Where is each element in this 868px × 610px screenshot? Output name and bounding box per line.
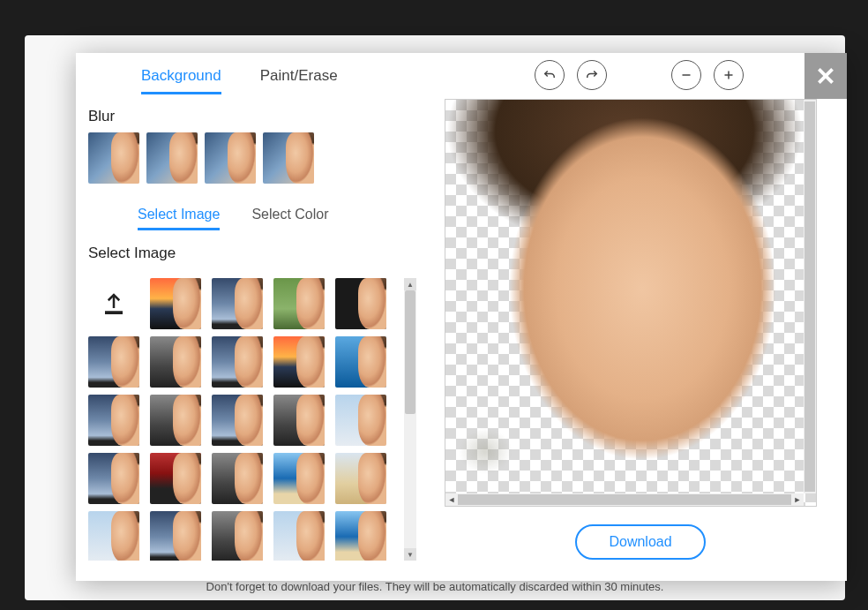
bg-thumb-17[interactable] bbox=[212, 453, 263, 504]
scroll-up-icon[interactable]: ▲ bbox=[404, 278, 416, 290]
blur-option-1[interactable] bbox=[146, 132, 198, 184]
scroll-down-icon[interactable]: ▼ bbox=[404, 548, 416, 561]
preview-scrollbar-horizontal[interactable]: ◄ ► bbox=[445, 493, 804, 506]
sub-tabs: Select Image Select Color bbox=[138, 207, 416, 230]
bg-thumb-5[interactable] bbox=[88, 336, 139, 388]
tab-paint-erase[interactable]: Paint/Erase bbox=[260, 58, 338, 94]
blur-title: Blur bbox=[88, 108, 416, 125]
bg-thumb-6[interactable] bbox=[150, 336, 201, 388]
scroll-right-icon[interactable]: ► bbox=[791, 493, 804, 506]
bg-thumb-23[interactable] bbox=[273, 511, 325, 561]
close-icon bbox=[814, 64, 837, 87]
preview-scrollbar-vertical[interactable] bbox=[804, 100, 816, 493]
bg-thumb-4[interactable] bbox=[335, 278, 386, 329]
bg-thumb-18[interactable] bbox=[273, 453, 325, 504]
upload-icon bbox=[101, 290, 127, 317]
edit-background-modal: Background Paint/Erase Blur bbox=[76, 53, 847, 581]
preview-image bbox=[445, 100, 804, 493]
undo-button[interactable] bbox=[535, 60, 565, 90]
blur-options bbox=[88, 132, 416, 184]
bg-thumb-9[interactable] bbox=[335, 336, 386, 388]
bg-thumb-21[interactable] bbox=[150, 511, 201, 561]
blur-option-0[interactable] bbox=[88, 132, 139, 184]
redo-button[interactable] bbox=[577, 60, 607, 90]
footer-note: Don't forget to download your files. The… bbox=[25, 580, 845, 593]
scroll-thumb[interactable] bbox=[405, 290, 415, 414]
select-image-title: Select Image bbox=[88, 245, 416, 262]
upload-image-button[interactable] bbox=[88, 278, 139, 329]
tab-background[interactable]: Background bbox=[141, 58, 221, 94]
preview-scroll-thumb-v[interactable] bbox=[804, 102, 815, 492]
left-options-pane: Blur Select Image Select Color Select Im… bbox=[76, 99, 429, 581]
bg-thumb-3[interactable] bbox=[273, 278, 325, 329]
bg-thumb-22[interactable] bbox=[212, 511, 263, 561]
background-image-grid bbox=[88, 278, 416, 561]
bg-thumb-2[interactable] bbox=[212, 278, 263, 329]
bg-thumb-12[interactable] bbox=[212, 395, 263, 446]
bg-thumb-20[interactable] bbox=[88, 511, 139, 561]
preview-pane: ◄ ► Download bbox=[429, 99, 847, 581]
bg-thumb-14[interactable] bbox=[335, 395, 386, 446]
download-button[interactable]: Download bbox=[575, 524, 705, 560]
modal-header: Background Paint/Erase bbox=[76, 53, 847, 99]
redo-icon bbox=[584, 67, 600, 83]
grid-scrollbar[interactable]: ▲ ▼ bbox=[404, 278, 416, 561]
bg-thumb-8[interactable] bbox=[273, 336, 325, 388]
top-tabs: Background Paint/Erase bbox=[141, 58, 338, 94]
scroll-left-icon[interactable]: ◄ bbox=[445, 493, 458, 506]
bg-thumb-1[interactable] bbox=[150, 278, 201, 329]
sub-tab-select-color[interactable]: Select Color bbox=[251, 207, 328, 230]
minus-icon bbox=[678, 67, 694, 83]
preview-canvas[interactable]: ◄ ► bbox=[445, 99, 817, 507]
bg-thumb-24[interactable] bbox=[335, 511, 386, 561]
bg-thumb-19[interactable] bbox=[335, 453, 386, 504]
bg-thumb-11[interactable] bbox=[150, 395, 201, 446]
bg-thumb-10[interactable] bbox=[88, 395, 139, 446]
bg-thumb-7[interactable] bbox=[212, 336, 263, 388]
zoom-in-button[interactable] bbox=[714, 60, 744, 90]
blur-option-3[interactable] bbox=[263, 132, 314, 184]
bg-thumb-16[interactable] bbox=[150, 453, 201, 504]
undo-icon bbox=[542, 67, 557, 83]
sub-tab-select-image[interactable]: Select Image bbox=[138, 207, 220, 230]
close-button[interactable] bbox=[804, 53, 847, 99]
bg-thumb-13[interactable] bbox=[273, 395, 325, 446]
preview-scroll-thumb-h[interactable] bbox=[458, 494, 791, 505]
bg-thumb-15[interactable] bbox=[88, 453, 139, 504]
zoom-out-button[interactable] bbox=[671, 60, 701, 90]
plus-icon bbox=[721, 67, 737, 83]
blur-option-2[interactable] bbox=[205, 132, 256, 184]
